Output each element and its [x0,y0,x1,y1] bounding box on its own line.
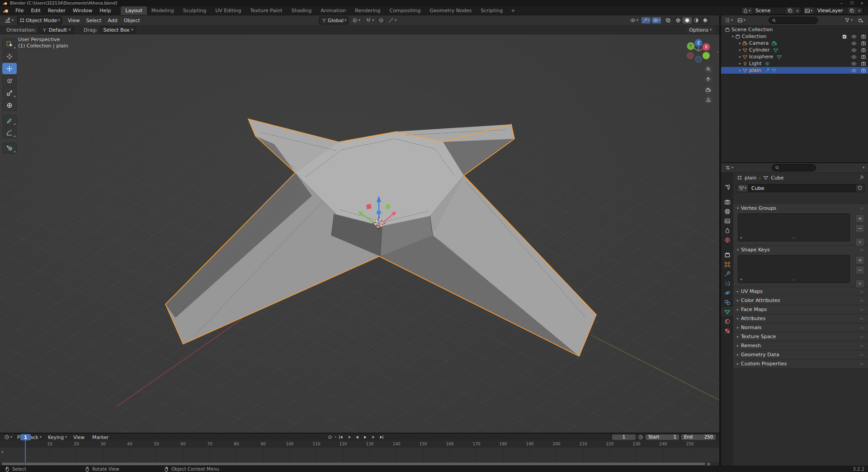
topbar-menu-item[interactable]: Render [44,6,69,15]
shading-material-button[interactable] [692,17,701,24]
options-button[interactable]: Options▾ [686,27,715,33]
expand-caret[interactable]: ▾ [732,35,734,38]
panel-grip-icon[interactable] [859,334,864,340]
panel-header[interactable]: ▸Color Attributes [733,296,868,305]
add-workspace-button[interactable]: + [507,8,519,14]
viewport-camera-button[interactable] [704,85,713,94]
add-item-button[interactable] [855,214,864,223]
tool-transform[interactable] [2,99,17,111]
hide-eye-icon[interactable] [851,54,857,60]
render-visibility-icon[interactable] [861,41,866,46]
workspace-tab[interactable]: Layout [121,6,146,15]
panel-grip-icon[interactable] [859,352,864,358]
viewlayer-selector[interactable]: ▾ ViewLayer [803,7,863,14]
viewlayer-copy-button[interactable] [848,7,856,14]
panel-grip-icon[interactable] [859,289,864,294]
workspace-tab[interactable]: Texture Paint [246,6,287,15]
properties-tab-scene[interactable] [721,226,733,235]
frame-end-field[interactable]: End250 [681,434,716,440]
sidebar-collapse-chevron[interactable]: ‹ [717,49,719,54]
workspace-tab[interactable]: Scripting [476,6,507,15]
properties-editor-type-button[interactable]: ▾ [723,165,735,171]
timeline-menu-item[interactable]: View [70,434,89,440]
workspace-tab[interactable]: UV Editing [211,6,245,15]
timeline-scrollbar[interactable] [0,462,719,466]
timeline-track[interactable] [0,448,719,462]
hide-eye-icon[interactable] [851,47,857,53]
hide-eye-icon[interactable] [851,34,857,39]
viewport-ortho-button[interactable] [704,95,713,104]
fake-user-button[interactable] [856,184,864,192]
workspace-tab[interactable]: Animation [316,6,350,15]
workspace-tab[interactable]: Rendering [350,6,385,15]
xray-toggle[interactable] [665,17,672,24]
outliner-display-mode-button[interactable]: ▾ [736,17,747,24]
outliner-row-camera[interactable]: ▸Camera [721,40,868,47]
scrollbar-thumb[interactable] [2,463,705,465]
viewport-menu-item[interactable]: Select [83,18,104,24]
properties-tab-output[interactable] [721,207,733,216]
playhead[interactable]: 1 [20,434,31,440]
falloff-dropdown[interactable]: ▾ [387,17,398,24]
orientation-default-dropdown[interactable]: Default▾ [39,26,74,33]
panel-header[interactable]: ▸Custom Properties [733,359,868,368]
workspace-tab[interactable]: Geometry Nodes [425,6,476,15]
pin-icon[interactable] [859,175,864,180]
jump-to-start-button[interactable] [337,434,344,440]
properties-tab-collection[interactable] [721,250,733,260]
pivot-point-dropdown[interactable]: ▾ [350,17,362,24]
properties-tab-object[interactable] [721,260,733,269]
shading-wireframe-button[interactable] [674,17,683,24]
mode-dropdown[interactable]: Object Mode▾ [17,17,62,24]
tool-cursor[interactable] [2,51,17,62]
scene-copy-button[interactable] [786,7,794,14]
collection-checkbox[interactable] [842,34,847,39]
drag-mode-dropdown[interactable]: Select Box▾ [100,26,136,33]
mesh-object-plain[interactable] [165,119,596,356]
render-visibility-icon[interactable] [861,54,866,60]
viewport-canvas[interactable]: User Perspective (1) Collection | plain … [0,34,719,433]
viewport-menu-item[interactable]: Add [104,18,120,24]
transform-orientation-dropdown[interactable]: Global▾ [319,17,349,24]
play-button[interactable] [362,434,369,440]
snapping-dropdown[interactable]: ▾ [364,17,376,24]
viewlayer-unlink-button[interactable] [856,7,863,14]
outliner-search-input[interactable] [769,17,818,24]
expand-caret[interactable]: ▸ [739,42,741,45]
outliner-row-cylinder[interactable]: ▸Cylinder [721,47,868,53]
render-visibility-icon[interactable] [861,61,866,66]
topbar-menu-item[interactable]: Help [96,6,114,15]
playhead-line[interactable] [25,440,26,462]
tool-move[interactable] [2,63,17,74]
next-keyframe-button[interactable] [370,434,377,440]
panel-header[interactable]: ▸Remesh [733,341,868,350]
viewport-menu-item[interactable]: Object [121,18,143,24]
panel-grip-icon[interactable] [859,316,864,321]
hide-eye-icon[interactable] [851,68,857,73]
scene-selector[interactable]: ▾ Scene [741,7,802,14]
workspace-tab[interactable]: Sculpting [179,6,211,15]
panel-header[interactable]: ▸UV Maps [733,287,868,296]
outliner-row-plain[interactable]: ▸plain [721,67,868,74]
properties-tab-object-data[interactable] [721,307,733,316]
render-visibility-icon[interactable] [861,68,866,73]
properties-tab-view-layer[interactable] [721,216,733,226]
tool-add-cube[interactable] [2,142,17,154]
new-collection-button[interactable] [856,17,865,24]
shading-solid-button[interactable] [683,17,692,24]
render-visibility-icon[interactable] [861,34,866,39]
timeline-ruler[interactable]: 1020304050607080901001101201301401501601… [0,440,719,448]
viewport-menu-item[interactable]: View [65,18,83,24]
auto-keyframe-clock-icon[interactable] [638,434,643,440]
current-frame-field[interactable]: 1 [612,434,636,440]
workspace-tab[interactable]: Modeling [147,6,179,15]
window-minimize-button[interactable]: ─ [840,1,843,5]
render-visibility-icon[interactable] [861,47,866,53]
data-name-field[interactable]: Cube [748,184,856,192]
properties-tab-render[interactable] [721,197,733,207]
properties-tab-world[interactable] [721,235,733,245]
timeline-editor-type-button[interactable]: ▾ [2,434,14,440]
remove-item-button[interactable] [855,266,864,274]
gizmos-toggle[interactable]: ▾ [642,17,651,24]
add-item-button[interactable] [855,256,864,264]
